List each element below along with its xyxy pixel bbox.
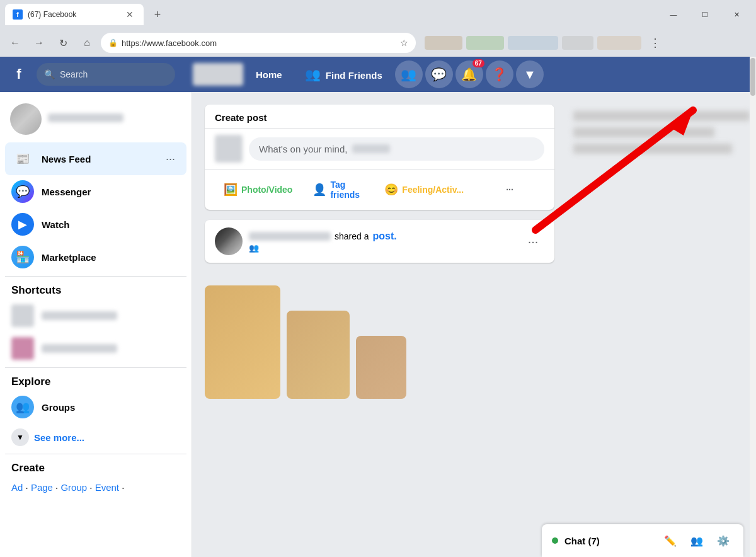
post-input-box[interactable]: What's on your mind, — [249, 137, 544, 161]
tag-friends-label: Tag friends — [330, 180, 364, 200]
browser-menu-button[interactable]: ⋮ — [645, 33, 665, 53]
chat-bar: Chat (7) ✏️ 👥 ⚙️ — [542, 524, 743, 557]
post-user-info: shared a post. 👥 — [249, 231, 515, 253]
main-content-feed: Create post What's on your mind, 🖼️ Phot… — [192, 92, 567, 557]
bookmark-5[interactable] — [597, 36, 641, 50]
shortcut-label-2 — [42, 344, 117, 353]
blurred-content-3 — [356, 336, 406, 399]
forward-button[interactable]: → — [29, 33, 49, 53]
minimize-button[interactable]: — — [659, 5, 688, 24]
left-sidebar: 📰 News Feed ··· 💬 Messenger ▶ Watch 🏪 — [0, 92, 192, 557]
see-more-button[interactable]: ▼ See more... — [5, 423, 186, 451]
messenger-label: Messenger — [42, 187, 180, 197]
create-page-link[interactable]: Page — [31, 482, 53, 493]
newsfeed-dots[interactable]: ··· — [161, 150, 180, 168]
create-event-link[interactable]: Event — [95, 482, 119, 493]
sidebar-item-watch[interactable]: ▶ Watch — [5, 208, 186, 241]
blurred-content-1 — [205, 285, 280, 399]
photo-video-button[interactable]: 🖼️ Photo/Video — [215, 178, 301, 202]
url-text: https://www.facebook.com — [122, 38, 396, 48]
newsfeed-label: News Feed — [42, 154, 153, 164]
facebook-main: 📰 News Feed ··· 💬 Messenger ▶ Watch 🏪 — [0, 92, 756, 557]
bookmark-4[interactable] — [562, 36, 593, 50]
sidebar-divider-2 — [5, 367, 186, 368]
post-username-blurred — [352, 144, 390, 153]
photo-icon: 🖼️ — [224, 183, 238, 197]
sidebar-item-groups[interactable]: 👥 Groups — [5, 391, 186, 423]
search-bar[interactable]: 🔍 — [37, 63, 175, 86]
create-ad-link[interactable]: Ad — [11, 482, 23, 493]
shortcut-img-1 — [11, 304, 34, 327]
blurred-content-area — [205, 273, 554, 399]
feeling-button[interactable]: 😊 Feeling/Activ... — [375, 178, 472, 202]
tab-title: (67) Facebook — [28, 10, 118, 19]
home-button[interactable]: ⌂ — [77, 33, 97, 53]
search-icon: 🔍 — [44, 69, 55, 79]
back-button[interactable]: ← — [5, 33, 25, 53]
nav-center: Home 👥 Find Friends 👥 💬 🔔 67 ❓ ▼ — [193, 60, 544, 88]
feeling-label: Feeling/Activ... — [402, 185, 464, 195]
tag-friends-button[interactable]: 👤 Tag friends — [304, 175, 373, 205]
post-user-img — [215, 227, 243, 255]
bookmark-1[interactable] — [425, 36, 462, 50]
marketplace-label: Marketplace — [42, 252, 180, 263]
post-user-name-row: shared a post. — [249, 231, 515, 242]
create-post-avatar — [215, 135, 243, 163]
facebook-topnav: f 🔍 Home 👥 Find Friends 👥 💬 🔔 67 ❓ ▼ — [0, 57, 756, 92]
address-bar[interactable]: 🔒 https://www.facebook.com ☆ — [101, 33, 416, 53]
maximize-button[interactable]: ☐ — [690, 5, 719, 24]
notifications-icon[interactable]: 🔔 67 — [455, 60, 483, 88]
blurred-content-2 — [287, 311, 350, 399]
scrollbar-thumb[interactable] — [750, 58, 755, 96]
refresh-button[interactable]: ↻ — [53, 33, 73, 53]
chat-settings-button[interactable]: ⚙️ — [713, 531, 733, 551]
groups-label: Groups — [42, 402, 180, 413]
right-sidebar — [567, 92, 756, 557]
help-icon[interactable]: ❓ — [486, 60, 513, 88]
home-nav-button[interactable]: Home — [246, 64, 292, 85]
account-menu-icon[interactable]: ▼ — [516, 60, 544, 88]
facebook-logo[interactable]: f — [6, 62, 32, 87]
chat-compose-button[interactable]: ✏️ — [660, 531, 680, 551]
nav-user-avatar[interactable] — [193, 63, 243, 86]
shortcut-label-1 — [42, 311, 117, 320]
shortcut-item-1[interactable] — [5, 299, 186, 332]
chat-contacts-button[interactable]: 👥 — [687, 531, 707, 551]
post-username-blurred — [249, 232, 331, 241]
bookmark-3[interactable] — [508, 36, 558, 50]
create-post-title: Create post — [205, 105, 554, 129]
newsfeed-icon: 📰 — [11, 147, 34, 170]
tab-close-button[interactable]: ✕ — [123, 8, 136, 21]
messenger-icon[interactable]: 💬 — [425, 60, 453, 88]
find-friends-nav-button[interactable]: 👥 Find Friends — [295, 62, 392, 87]
post-action-text: shared a — [335, 231, 369, 241]
shortcuts-section-title: Shortcuts — [5, 279, 186, 299]
sidebar-item-marketplace[interactable]: 🏪 Marketplace — [5, 241, 186, 273]
create-links-row: Ad · Page · Group · Event · — [5, 477, 186, 498]
close-button[interactable]: ✕ — [722, 5, 751, 24]
see-more-label: See more... — [34, 432, 84, 443]
sidebar-item-newsfeed[interactable]: 📰 News Feed ··· — [5, 142, 186, 175]
sidebar-user-profile[interactable] — [5, 98, 186, 140]
create-section-title: Create — [5, 457, 186, 477]
photo-video-label: Photo/Video — [241, 185, 292, 195]
create-post-input-row: What's on your mind, — [205, 129, 554, 169]
new-tab-button[interactable]: + — [149, 6, 166, 23]
right-blurred-1 — [573, 111, 750, 121]
post-header-row: shared a post. 👥 ··· — [215, 227, 544, 255]
search-input[interactable] — [60, 69, 161, 79]
friend-requests-icon[interactable]: 👥 — [395, 60, 423, 88]
sidebar-item-messenger[interactable]: 💬 Messenger — [5, 175, 186, 208]
more-options-button[interactable]: ··· — [475, 180, 544, 200]
shortcut-item-2[interactable] — [5, 332, 186, 365]
bookmark-2[interactable] — [466, 36, 504, 50]
create-group-link[interactable]: Group — [60, 482, 87, 493]
browser-tab[interactable]: f (67) Facebook ✕ — [5, 4, 144, 25]
post-link[interactable]: post. — [372, 231, 396, 242]
post-more-button[interactable]: ··· — [522, 230, 544, 253]
create-post-card: Create post What's on your mind, 🖼️ Phot… — [205, 105, 554, 210]
chat-title: Chat (7) — [564, 536, 654, 546]
post-user-avatar[interactable] — [215, 227, 243, 255]
user-avatar-img — [10, 103, 42, 135]
chat-status-dot — [552, 537, 558, 544]
